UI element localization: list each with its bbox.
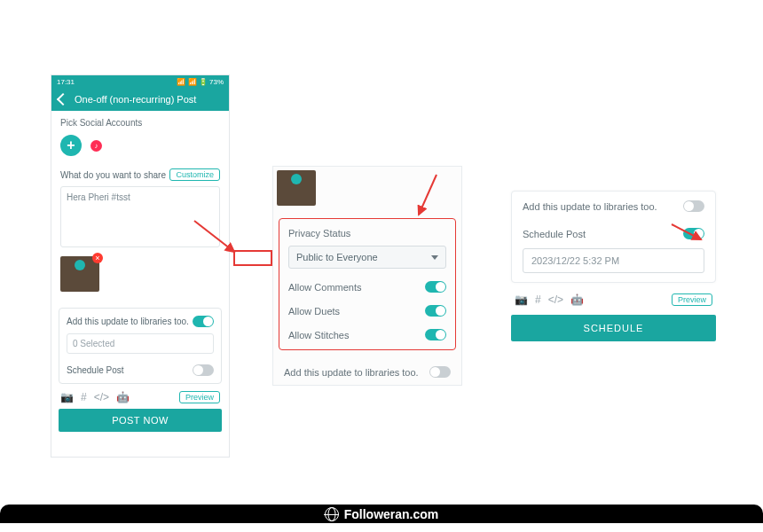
camera-icon[interactable]: 📷 — [60, 391, 74, 403]
watermark-text: Followeran.com — [344, 507, 439, 521]
robot-icon[interactable]: 🤖 — [570, 293, 584, 306]
remove-media-icon[interactable]: × — [92, 253, 103, 263]
globe-icon — [325, 507, 339, 521]
allow-stitches-label: Allow Stitches — [288, 330, 349, 340]
app-bar-title: One-off (non-recurring) Post — [75, 94, 196, 105]
privacy-status-label: Privacy Status — [288, 228, 446, 239]
schedule-panel: Add this update to libraries too. Schedu… — [511, 191, 716, 341]
app-bar: One-off (non-recurring) Post — [51, 88, 229, 111]
libraries-select[interactable]: 0 Selected — [67, 333, 214, 354]
allow-duets-label: Allow Duets — [288, 306, 340, 317]
preview-button[interactable]: Preview — [179, 391, 220, 403]
phone-mock: 17:31 📶 📶 🔋 73% One-off (non-recurring) … — [51, 75, 229, 457]
add-to-libraries-label: Add this update to libraries too. — [67, 317, 189, 326]
hashtag-icon[interactable]: # — [81, 391, 87, 403]
hashtag-icon[interactable]: # — [535, 293, 541, 306]
status-indicators: 📶 📶 🔋 73% — [177, 78, 224, 86]
privacy-status-value: Public to Everyone — [296, 252, 378, 262]
code-icon[interactable]: </> — [548, 293, 563, 306]
play-icon — [75, 260, 85, 270]
privacy-card: Privacy Status Public to Everyone Allow … — [279, 218, 456, 350]
privacy-panel: Privacy Status Public to Everyone Allow … — [272, 166, 462, 386]
status-time: 17:31 — [57, 78, 75, 86]
schedule-post-toggle[interactable] — [193, 364, 214, 376]
allow-duets-toggle[interactable] — [425, 305, 446, 317]
status-bar: 17:31 📶 📶 🔋 73% — [51, 75, 229, 88]
media-thumbnail[interactable] — [277, 170, 316, 206]
schedule-post-label: Schedule Post — [67, 365, 124, 375]
privacy-status-select[interactable]: Public to Everyone — [288, 246, 446, 269]
camera-icon[interactable]: 📷 — [515, 293, 528, 306]
add-to-libraries-label: Add this update to libraries too. — [523, 201, 657, 212]
pick-accounts-label: Pick Social Accounts — [60, 118, 220, 128]
watermark: Followeran.com — [0, 507, 763, 521]
caption-input[interactable]: Hera Pheri #tsst — [60, 186, 220, 247]
add-to-libraries-toggle[interactable] — [193, 316, 214, 327]
play-icon — [291, 174, 302, 184]
back-icon[interactable] — [57, 93, 69, 106]
preview-button[interactable]: Preview — [672, 293, 712, 306]
post-now-button[interactable]: POST NOW — [59, 409, 222, 432]
code-icon[interactable]: </> — [94, 391, 109, 403]
chevron-down-icon — [431, 255, 438, 260]
add-to-libraries-label: Add this update to libraries too. — [284, 367, 419, 378]
annotation-highlight — [233, 250, 272, 266]
schedule-post-label: Schedule Post — [523, 229, 586, 239]
media-thumbnail[interactable]: × — [60, 256, 99, 292]
allow-comments-label: Allow Comments — [288, 282, 362, 293]
schedule-card: Add this update to libraries too. Schedu… — [511, 191, 716, 283]
add-to-libraries-toggle[interactable] — [683, 200, 704, 212]
options-card: Add this update to libraries too. 0 Sele… — [59, 308, 222, 384]
add-account-button[interactable]: + — [60, 135, 82, 156]
schedule-datetime-input[interactable]: 2023/12/22 5:32 PM — [523, 248, 704, 273]
allow-comments-toggle[interactable] — [425, 281, 446, 293]
schedule-post-toggle[interactable] — [683, 228, 704, 239]
share-label: What do you want to share — [60, 170, 166, 180]
robot-icon[interactable]: 🤖 — [116, 391, 130, 403]
customize-button[interactable]: Customize — [169, 168, 220, 181]
tiktok-account-chip[interactable]: ♪ — [90, 140, 102, 152]
schedule-button[interactable]: SCHEDULE — [511, 315, 716, 341]
allow-stitches-toggle[interactable] — [425, 329, 446, 340]
add-to-libraries-toggle[interactable] — [429, 366, 451, 378]
